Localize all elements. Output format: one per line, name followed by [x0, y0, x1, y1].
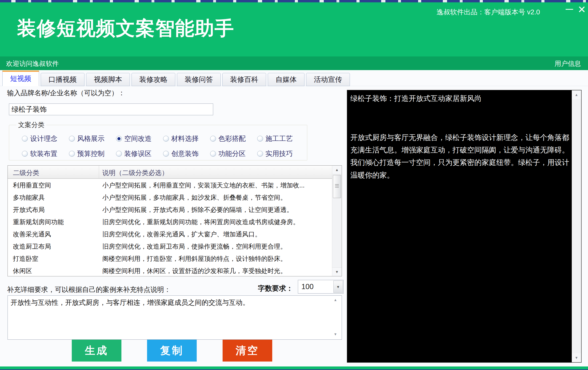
category-label: 功能分区	[218, 149, 246, 159]
radio-icon	[257, 136, 263, 142]
category-option-material-select[interactable]: 材料选择	[163, 134, 210, 144]
word-count-label: 字数要求：	[258, 284, 293, 293]
header-bar: 装修短视频文案智能助手 逸叔软件出品：客户端版本号 v2.0 ─ ✕	[0, 2, 588, 56]
category-option-space-remodel[interactable]: 空间改造	[116, 134, 163, 144]
category-label: 软装布置	[30, 149, 57, 159]
generated-copy-text[interactable]: 绿松子装饰：打造开放式互动家居新风尚 开放式厨房与客厅无界融合，绿松子装饰设计新…	[347, 90, 572, 362]
close-icon[interactable]: ✕	[578, 5, 586, 15]
table-scrollbar[interactable]: ▲ ▼	[332, 165, 342, 276]
output-panel[interactable]: 绿松子装饰：打造开放式互动家居新风尚 开放式厨房与客厅无界融合，绿松子装饰设计新…	[347, 90, 582, 363]
word-count-combobox[interactable]: 100 ▼	[298, 280, 344, 294]
tab-self-media[interactable]: 自媒体	[268, 73, 304, 86]
table-body: 利用垂直空间小户型空间拓展，利用垂直空间，安装顶天立地的衣柜、书架，增加收...…	[8, 179, 332, 276]
category-label: 预算控制	[77, 149, 105, 159]
table-row[interactable]: 多功能家具小户型空间拓展，多功能家具，如沙发床、折叠餐桌，节省空间。	[8, 192, 332, 204]
subcategory-table: 二级分类 说明（二级分类必选） 利用垂直空间小户型空间拓展，利用垂直空间，安装顶…	[8, 165, 342, 276]
column-header-description: 说明（二级分类必选）	[99, 165, 332, 178]
table-row[interactable]: 打造卧室阁楼空间利用，打造卧室，利用斜屋顶的特点，设计独特的卧床。	[8, 253, 332, 265]
category-radio-grid: 设计理念风格展示空间改造材料选择色彩搭配施工工艺软装布置预算控制装修误区创意装饰…	[22, 134, 304, 159]
scrollbar-thumb[interactable]	[333, 175, 341, 198]
textarea-scroll-down-icon[interactable]: ▼	[334, 332, 337, 336]
tab-strip: 短视频口播视频视频脚本装修攻略装修问答装修百科自媒体活动宣传	[2, 71, 350, 86]
table-row[interactable]: 重新规划房间功能旧房空间优化，重新规划房间功能，将闲置房间改造成书房或健身房。	[8, 216, 332, 228]
brand-name-input[interactable]	[9, 103, 213, 115]
tab-decor-qa[interactable]: 装修问答	[177, 73, 221, 86]
category-option-soft-furnish[interactable]: 软装布置	[22, 149, 69, 159]
category-label: 空间改造	[124, 134, 152, 144]
tab-oral-video[interactable]: 口播视频	[41, 73, 84, 86]
table-row[interactable]: 改善采光通风旧房空间优化，改善采光通风，扩大窗户、增加通风口。	[8, 228, 332, 240]
radio-icon	[69, 151, 75, 157]
category-label: 装修误区	[124, 149, 152, 159]
table-row[interactable]: 改造厨卫布局旧房空间优化，改造厨卫布局，使操作更流畅，空间利用更合理。	[8, 240, 332, 253]
row-subcategory: 开放式布局	[8, 206, 99, 214]
category-option-decor-myths[interactable]: 装修误区	[116, 149, 163, 159]
row-description: 小户型空间拓展，多功能家具，如沙发床、折叠餐桌，节省空间。	[99, 193, 332, 202]
textarea-scroll-up-icon[interactable]: ▲	[334, 298, 337, 302]
minimize-icon[interactable]: ─	[566, 4, 573, 14]
radio-icon	[22, 136, 28, 142]
scroll-up-icon[interactable]: ▲	[332, 165, 342, 174]
radio-icon	[163, 151, 169, 157]
detail-requirement-label: 补充详细要求，可以根据自己的案例来补充特点说明：	[7, 285, 171, 295]
category-option-budget-control[interactable]: 预算控制	[69, 149, 116, 159]
output-title-line: 绿松子装饰：打造开放式互动家居新风尚	[350, 92, 570, 105]
welcome-bar: 欢迎访问逸叔软件 用户信息	[0, 56, 588, 70]
row-subcategory: 多功能家具	[8, 193, 99, 202]
category-groupbox: 文案分类 设计理念风格展示空间改造材料选择色彩搭配施工工艺软装布置预算控制装修误…	[9, 120, 307, 160]
row-subcategory: 改造厨卫布局	[8, 242, 99, 251]
category-option-function-zone[interactable]: 功能分区	[210, 149, 257, 159]
welcome-label: 欢迎访问逸叔软件	[6, 59, 59, 68]
radio-icon	[163, 136, 169, 142]
radio-selected-icon	[116, 136, 122, 142]
category-option-creative-decor[interactable]: 创意装饰	[163, 149, 210, 159]
row-description: 小户型空间拓展，开放式布局，拆除不必要的隔墙，让空间更通透。	[99, 206, 332, 214]
category-option-style-show[interactable]: 风格展示	[69, 134, 116, 144]
output-scrollbar[interactable]: ▲ ▼	[572, 90, 581, 362]
category-label: 色彩搭配	[218, 134, 246, 144]
radio-icon	[69, 136, 75, 142]
category-label: 设计理念	[30, 134, 57, 144]
table-row[interactable]: 利用垂直空间小户型空间拓展，利用垂直空间，安装顶天立地的衣柜、书架，增加收...	[8, 179, 332, 192]
category-label: 材料选择	[171, 134, 199, 144]
tab-event-promo[interactable]: 活动宣传	[306, 73, 350, 86]
row-subcategory: 打造卧室	[8, 255, 99, 263]
row-description: 旧房空间优化，重新规划房间功能，将闲置房间改造成书房或健身房。	[99, 218, 332, 226]
scroll-down-icon[interactable]: ▼	[572, 353, 581, 362]
copy-button[interactable]: 复制	[147, 340, 197, 361]
row-description: 阁楼空间利用，休闲区，设置舒适的沙发和茶几，享受独处时光。	[99, 267, 332, 275]
category-option-design-concept[interactable]: 设计理念	[22, 134, 69, 144]
tab-decor-guide[interactable]: 装修攻略	[132, 73, 175, 86]
row-subcategory: 休闲区	[8, 267, 99, 275]
column-header-subcategory: 二级分类	[8, 165, 99, 178]
table-row[interactable]: 开放式布局小户型空间拓展，开放式布局，拆除不必要的隔墙，让空间更通透。	[8, 204, 332, 216]
row-description: 旧房空间优化，改造厨卫布局，使操作更流畅，空间利用更合理。	[99, 242, 332, 251]
scroll-up-icon[interactable]: ▲	[572, 90, 581, 99]
chevron-down-icon[interactable]: ▼	[333, 281, 343, 293]
app-title: 装修短视频文案智能助手	[17, 16, 234, 41]
radio-icon	[210, 136, 216, 142]
generate-button[interactable]: 生成	[72, 340, 121, 361]
clear-button[interactable]: 清空	[223, 340, 272, 361]
row-subcategory: 利用垂直空间	[8, 181, 99, 190]
radio-icon	[257, 151, 263, 157]
brand-name-label: 输入品牌名称/企业名称（可以为空）：	[7, 88, 125, 98]
category-option-practical-tips[interactable]: 实用技巧	[257, 149, 304, 159]
category-option-color-match[interactable]: 色彩搭配	[210, 134, 257, 144]
tab-video-script[interactable]: 视频脚本	[86, 73, 130, 86]
radio-icon	[22, 151, 28, 157]
tab-short-video[interactable]: 短视频	[2, 71, 39, 86]
category-label: 风格展示	[77, 134, 105, 144]
scroll-down-icon[interactable]: ▼	[332, 267, 342, 276]
tab-decor-wiki[interactable]: 装修百科	[222, 73, 266, 86]
user-info-link[interactable]: 用户信息	[555, 59, 581, 68]
detail-requirement-textarea[interactable]: 开放性与互动性，开放式厨房，与客厅相连，增强家庭成员之间的交流与互动。	[8, 295, 342, 340]
category-label: 实用技巧	[265, 149, 293, 159]
table-row[interactable]: 休闲区阁楼空间利用，休闲区，设置舒适的沙发和茶几，享受独处时光。	[8, 265, 332, 276]
publisher-version-label: 逸叔软件出品：客户端版本号 v2.0	[436, 8, 540, 17]
row-subcategory: 改善采光通风	[8, 230, 99, 238]
category-option-construction-craft[interactable]: 施工工艺	[257, 134, 304, 144]
table-header-row: 二级分类 说明（二级分类必选）	[8, 165, 332, 179]
background-window-strip	[0, 0, 588, 2]
row-description: 小户型空间拓展，利用垂直空间，安装顶天立地的衣柜、书架，增加收...	[99, 181, 332, 190]
